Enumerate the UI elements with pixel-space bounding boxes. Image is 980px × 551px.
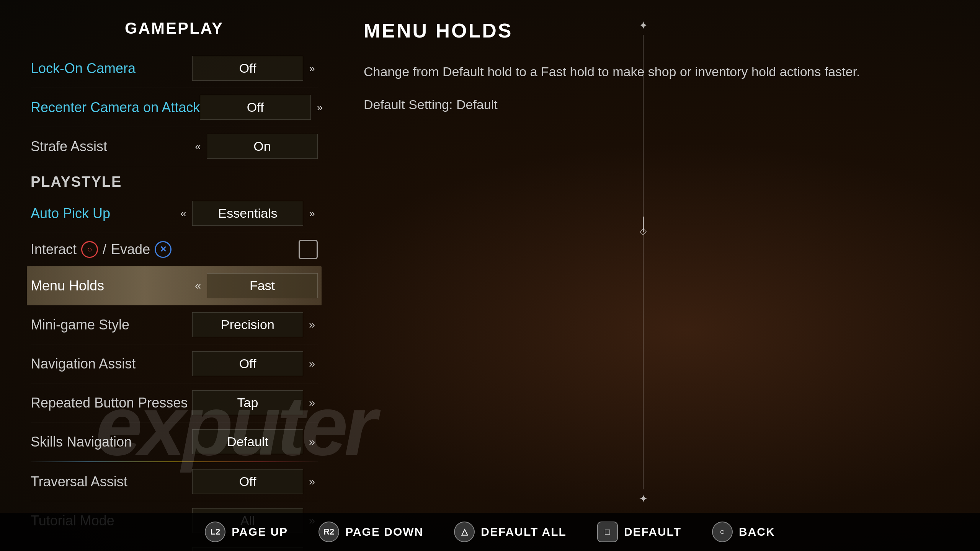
left-arrow-icon[interactable]: «	[192, 140, 204, 153]
value-container: « Essentials »	[178, 201, 318, 226]
value-container: Precision »	[192, 312, 318, 337]
interact-text: Interact	[31, 241, 77, 258]
right-arrow-icon[interactable]: »	[306, 62, 318, 75]
lock-on-camera-label: Lock-On Camera	[31, 60, 136, 77]
value-container: Tap »	[192, 390, 318, 415]
value-container: Off »	[192, 351, 318, 376]
value-container: Default »	[192, 429, 318, 454]
menu-holds-row[interactable]: Menu Holds « Fast	[27, 266, 322, 305]
repeated-button-presses-value: Tap	[192, 390, 303, 415]
right-panel: MENU HOLDS Change from Default hold to a…	[333, 0, 980, 551]
lock-on-camera-value: Off	[192, 56, 303, 81]
right-arrow-icon[interactable]: »	[306, 358, 318, 370]
square-button[interactable]: □	[597, 522, 618, 542]
r2-button[interactable]: R2	[318, 522, 339, 542]
value-container: Off »	[200, 95, 325, 120]
default-all-action[interactable]: △ DEFAULT ALL	[454, 522, 567, 542]
page-down-label: PAGE DOWN	[345, 525, 423, 538]
x-button-icon: ✕	[155, 241, 172, 258]
scroll-track[interactable]: ◇	[643, 35, 644, 489]
navigation-assist-label: Navigation Assist	[31, 356, 136, 372]
setting-row[interactable]: Strafe Assist « On	[31, 127, 318, 166]
right-arrow-icon[interactable]: »	[306, 319, 318, 331]
menu-holds-value: Fast	[207, 273, 318, 298]
scroll-diamond-icon: ◇	[640, 226, 647, 236]
left-arrow-icon[interactable]: «	[192, 280, 204, 292]
mini-game-style-label: Mini-game Style	[31, 317, 129, 333]
recenter-camera-label: Recenter Camera on Attack	[31, 99, 200, 116]
setting-row[interactable]: Mini-game Style Precision »	[31, 305, 318, 344]
skills-navigation-label: Skills Navigation	[31, 434, 132, 450]
right-arrow-icon[interactable]: »	[306, 397, 318, 409]
settings-list: Lock-On Camera Off » Recenter Camera on …	[31, 49, 318, 551]
default-action[interactable]: □ DEFAULT	[597, 522, 681, 542]
right-panel-description: Change from Default hold to a Fast hold …	[364, 61, 949, 82]
setting-row[interactable]: Auto Pick Up « Essentials »	[31, 194, 318, 233]
default-all-label: DEFAULT ALL	[481, 525, 567, 538]
triangle-button[interactable]: △	[454, 522, 475, 542]
scroll-up-icon[interactable]: ✦	[639, 19, 648, 32]
left-panel: GAMEPLAY Lock-On Camera Off » Recenter C…	[0, 0, 333, 551]
default-label: DEFAULT	[624, 525, 681, 538]
setting-row[interactable]: Traversal Assist Off »	[31, 462, 318, 501]
subsection-playstyle: PLAYSTYLE	[31, 166, 318, 194]
recenter-camera-value: Off	[200, 95, 311, 120]
setting-row[interactable]: Skills Navigation Default »	[31, 422, 318, 461]
circle-button-icon: ○	[81, 241, 98, 258]
value-container: Off »	[192, 56, 318, 81]
strafe-assist-label: Strafe Assist	[31, 139, 107, 155]
auto-pick-up-value: Essentials	[192, 201, 303, 226]
back-label: BACK	[739, 525, 775, 538]
strafe-assist-value: On	[207, 134, 318, 159]
value-container: Off »	[192, 469, 318, 494]
scrollbar[interactable]: ✦ ◇ ✦	[639, 19, 647, 505]
page-down-action[interactable]: R2 PAGE DOWN	[318, 522, 423, 542]
navigation-assist-value: Off	[192, 351, 303, 376]
l2-button[interactable]: L2	[205, 522, 225, 542]
setting-row[interactable]: Lock-On Camera Off »	[31, 49, 318, 88]
mini-game-style-value: Precision	[192, 312, 303, 337]
circle-button[interactable]: ○	[712, 522, 733, 542]
skills-navigation-value: Default	[192, 429, 303, 454]
page-up-label: PAGE UP	[232, 525, 288, 538]
setting-row[interactable]: Repeated Button Presses Tap »	[31, 383, 318, 422]
scroll-down-icon[interactable]: ✦	[639, 492, 648, 505]
setting-row[interactable]: Navigation Assist Off »	[31, 344, 318, 383]
interact-label: Interact ○ / Evade ✕	[31, 241, 172, 258]
value-container: « On	[192, 134, 318, 159]
section-title: GAMEPLAY	[31, 19, 318, 37]
bottom-bar: L2 PAGE UP R2 PAGE DOWN △ DEFAULT ALL □ …	[0, 513, 980, 551]
right-panel-title: MENU HOLDS	[364, 19, 949, 42]
value-container: « Fast	[192, 273, 318, 298]
back-action[interactable]: ○ BACK	[712, 522, 775, 542]
right-panel-default: Default Setting: Default	[364, 97, 949, 112]
slash-separator: /	[103, 241, 106, 258]
content-wrapper: GAMEPLAY Lock-On Camera Off » Recenter C…	[0, 0, 980, 551]
right-arrow-icon[interactable]: »	[306, 476, 318, 488]
traversal-assist-value: Off	[192, 469, 303, 494]
traversal-assist-label: Traversal Assist	[31, 474, 127, 490]
setting-row[interactable]: Recenter Camera on Attack Off »	[31, 88, 318, 127]
repeated-button-presses-label: Repeated Button Presses	[31, 395, 188, 411]
left-arrow-icon[interactable]: «	[178, 207, 189, 220]
square-icon	[299, 240, 318, 259]
interact-evade-row: Interact ○ / Evade ✕	[31, 233, 318, 266]
right-arrow-icon[interactable]: »	[306, 207, 318, 220]
menu-holds-label: Menu Holds	[31, 278, 104, 294]
page-up-action[interactable]: L2 PAGE UP	[205, 522, 288, 542]
evade-text: Evade	[111, 241, 150, 258]
right-arrow-icon[interactable]: »	[314, 101, 325, 114]
right-arrow-icon[interactable]: »	[306, 436, 318, 448]
auto-pick-up-label: Auto Pick Up	[31, 205, 110, 222]
